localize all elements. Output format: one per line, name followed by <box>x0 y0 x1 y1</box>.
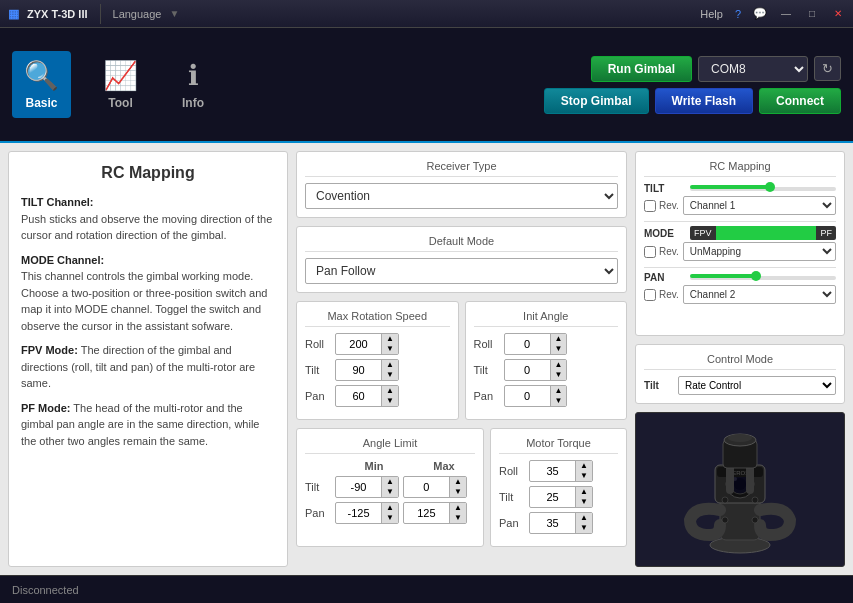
speed-tilt-up[interactable]: ▲ <box>381 360 398 370</box>
rc-mapping-title: RC Mapping <box>644 160 836 177</box>
default-mode-select[interactable]: Pan Follow FPV Lock <box>305 258 618 284</box>
limit-tilt-min-input[interactable] <box>336 479 381 495</box>
torque-tilt-spinner: ▲ ▼ <box>529 486 593 508</box>
nav-tool[interactable]: 📈 Tool <box>91 51 150 118</box>
minimize-button[interactable]: — <box>779 7 793 21</box>
rc-tilt-channel-select[interactable]: Channel 1 Channel 2 Channel 3 Channel 4 … <box>683 196 836 215</box>
limit-pan-min-down[interactable]: ▼ <box>381 513 398 523</box>
torque-roll-up[interactable]: ▲ <box>575 461 592 471</box>
init-roll-down[interactable]: ▼ <box>550 344 567 354</box>
torque-roll-row: Roll ▲ ▼ <box>499 460 618 482</box>
rc-pan-rev-checkbox[interactable] <box>644 289 656 301</box>
torque-tilt-up[interactable]: ▲ <box>575 487 592 497</box>
limit-pan-max-down[interactable]: ▼ <box>449 513 466 523</box>
init-tilt-down[interactable]: ▼ <box>550 370 567 380</box>
speed-pan-down[interactable]: ▼ <box>381 396 398 406</box>
rc-mode-group: MODE FPV PF Rev. UnMa <box>644 226 836 261</box>
limit-tilt-max-up[interactable]: ▲ <box>449 477 466 487</box>
torque-pan-down[interactable]: ▼ <box>575 523 592 533</box>
receiver-type-title: Receiver Type <box>305 160 618 177</box>
app-icon: ▦ <box>8 7 19 21</box>
rc-pan-slider[interactable] <box>690 274 836 282</box>
speed-roll-input[interactable] <box>336 336 381 352</box>
maximize-button[interactable]: □ <box>805 7 819 21</box>
max-rotation-speed-title: Max Rotation Speed <box>305 310 450 327</box>
help-icon[interactable]: ? <box>735 8 741 20</box>
ctrl-tilt-label: Tilt <box>644 380 672 391</box>
limit-pan-min-input[interactable] <box>336 505 381 521</box>
limit-pan-max-input[interactable] <box>404 505 449 521</box>
rc-pan-rev: Rev. <box>644 289 679 301</box>
run-gimbal-button[interactable]: Run Gimbal <box>591 56 692 82</box>
language-button[interactable]: Language <box>113 8 162 20</box>
speed-tilt-label: Tilt <box>305 364 335 376</box>
rc-pan-channel-select[interactable]: Channel 2 Channel 1 Channel 3 Channel 4 … <box>683 285 836 304</box>
torque-roll-down[interactable]: ▼ <box>575 471 592 481</box>
tilt-heading: TILT Channel: <box>21 196 94 208</box>
nav-info[interactable]: ℹ Info <box>170 51 216 118</box>
rc-mode-channel-select[interactable]: UnMapping Channel 1 Channel 2 Channel 3 … <box>683 242 836 261</box>
speed-roll-up[interactable]: ▲ <box>381 334 398 344</box>
speed-roll-row: Roll ▲ ▼ <box>305 333 450 355</box>
com-port-select[interactable]: COM8 COM1 COM2 <box>698 56 808 82</box>
speed-tilt-input[interactable] <box>336 362 381 378</box>
torque-tilt-down[interactable]: ▼ <box>575 497 592 507</box>
refresh-button[interactable]: ↻ <box>814 56 841 81</box>
write-flash-button[interactable]: Write Flash <box>655 88 753 114</box>
init-pan-down[interactable]: ▼ <box>550 396 567 406</box>
help-label: Help <box>700 8 723 20</box>
init-roll-up[interactable]: ▲ <box>550 334 567 344</box>
limit-torque-row: Angle Limit Min Max Tilt ▲ ▼ <box>296 428 627 547</box>
toolbar-row-bottom: Stop Gimbal Write Flash Connect <box>544 88 841 114</box>
speed-roll-down[interactable]: ▼ <box>381 344 398 354</box>
receiver-type-select[interactable]: Covention S.BUS PPM DSM <box>305 183 618 209</box>
limit-pan-min-up[interactable]: ▲ <box>381 503 398 513</box>
rc-tilt-rev-checkbox[interactable] <box>644 200 656 212</box>
limit-tilt-max-down[interactable]: ▼ <box>449 487 466 497</box>
rc-tilt-slider[interactable] <box>690 185 836 193</box>
receiver-type-section: Receiver Type Covention S.BUS PPM DSM <box>296 151 627 218</box>
rc-mode-rev-label: Rev. <box>659 246 679 257</box>
nav-basic-label: Basic <box>25 96 57 110</box>
speed-pan-up[interactable]: ▲ <box>381 386 398 396</box>
init-pan-input[interactable] <box>505 388 550 404</box>
limit-pan-max-spinner: ▲ ▼ <box>403 502 467 524</box>
init-pan-label: Pan <box>474 390 504 402</box>
left-panel: RC Mapping TILT Channel:Push sticks and … <box>8 151 288 567</box>
limit-pan-min-spinner: ▲ ▼ <box>335 502 399 524</box>
close-button[interactable]: ✕ <box>831 7 845 21</box>
title-bar-right: Help ? 💬 — □ ✕ <box>700 7 845 21</box>
speed-tilt-row: Tilt ▲ ▼ <box>305 359 450 381</box>
limit-tilt-max-input[interactable] <box>404 479 449 495</box>
init-tilt-up[interactable]: ▲ <box>550 360 567 370</box>
gimbal-svg: HERO3+ <box>665 420 815 560</box>
limit-tilt-min-down[interactable]: ▼ <box>381 487 398 497</box>
tilt-heading-text: TILT Channel:Push sticks and observe the… <box>21 194 275 244</box>
init-roll-row: Roll ▲ ▼ <box>474 333 619 355</box>
chat-icon[interactable]: 💬 <box>753 7 767 20</box>
stop-gimbal-button[interactable]: Stop Gimbal <box>544 88 649 114</box>
limit-pan-max-up[interactable]: ▲ <box>449 503 466 513</box>
init-pan-up[interactable]: ▲ <box>550 386 567 396</box>
nav-basic[interactable]: 🔍 Basic <box>12 51 71 118</box>
divider-2 <box>644 267 836 268</box>
torque-pan-row: Pan ▲ ▼ <box>499 512 618 534</box>
info-icon: ℹ <box>188 59 199 92</box>
ctrl-mode-select[interactable]: Rate Control Angle Control <box>678 376 836 395</box>
limit-tilt-min-up[interactable]: ▲ <box>381 477 398 487</box>
mode-section: MODE Channel:This channel controls the g… <box>21 252 275 335</box>
torque-pan-up[interactable]: ▲ <box>575 513 592 523</box>
rc-mode-rev: Rev. <box>644 246 679 258</box>
init-roll-input[interactable] <box>505 336 550 352</box>
connect-button[interactable]: Connect <box>759 88 841 114</box>
nav-info-label: Info <box>182 96 204 110</box>
init-tilt-input[interactable] <box>505 362 550 378</box>
svg-point-12 <box>722 497 728 503</box>
torque-tilt-label: Tilt <box>499 491 529 503</box>
torque-tilt-input[interactable] <box>530 489 575 505</box>
rc-mode-rev-checkbox[interactable] <box>644 246 656 258</box>
torque-roll-input[interactable] <box>530 463 575 479</box>
speed-tilt-down[interactable]: ▼ <box>381 370 398 380</box>
speed-pan-input[interactable] <box>336 388 381 404</box>
torque-pan-input[interactable] <box>530 515 575 531</box>
